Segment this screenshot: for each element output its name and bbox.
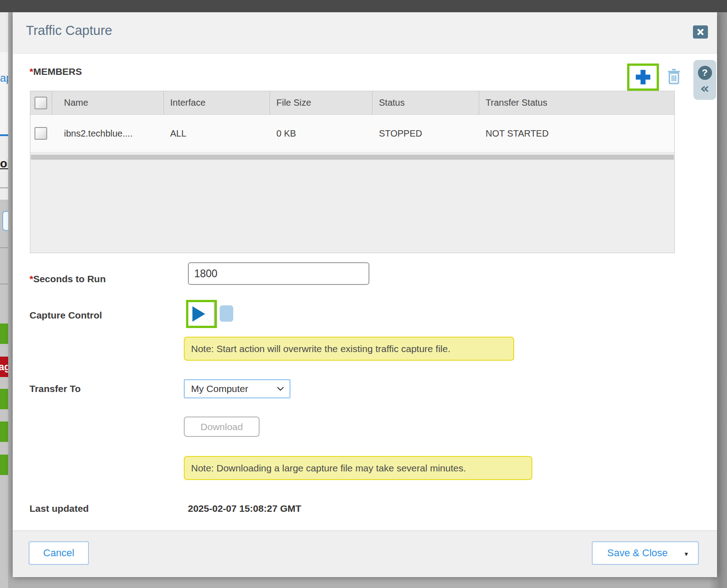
top-bar — [0, 0, 727, 12]
save-close-button[interactable]: Save & Close ▾ — [592, 541, 699, 565]
background-divider — [0, 284, 8, 284]
background-button-fragment — [2, 211, 8, 231]
status-row-red-text: ag — [0, 357, 8, 377]
background-tab-fragment: ol — [0, 157, 8, 171]
chevron-down-icon — [277, 387, 284, 391]
capture-control-label: Capture Control — [29, 310, 102, 321]
collapse-icon: « — [700, 80, 709, 96]
status-row-green — [0, 455, 8, 475]
row-checkbox-cell — [30, 115, 52, 152]
table-row[interactable]: ibns2.techblue.... ALL 0 KB STOPPED NOT … — [30, 115, 674, 152]
start-capture-button[interactable] — [188, 302, 215, 326]
help-icon: ? — [702, 67, 708, 78]
status-row-green — [0, 421, 8, 442]
column-header-name[interactable]: Name — [52, 91, 164, 114]
transfer-to-value: My Computer — [191, 383, 248, 394]
dialog-title: Traffic Capture — [26, 23, 112, 38]
dialog-header: Traffic Capture — [13, 12, 717, 54]
background-page-strip: ap ol ag — [0, 12, 8, 588]
background-block — [0, 12, 8, 52]
cell-file-size: 0 KB — [270, 115, 373, 152]
last-updated-value: 2025-02-07 15:08:27 GMT — [188, 503, 301, 514]
column-header-file-size[interactable]: File Size — [270, 91, 373, 114]
last-updated-label: Last updated — [29, 503, 89, 514]
collapse-button[interactable]: « — [700, 82, 709, 94]
transfer-to-select[interactable]: My Computer — [184, 379, 290, 398]
play-icon — [192, 306, 205, 322]
cell-transfer-status: NOT STARTED — [479, 115, 674, 152]
background-link-fragment: ap — [0, 72, 8, 84]
transfer-to-label: Transfer To — [29, 383, 81, 394]
select-all-cell — [30, 91, 52, 114]
highlight-box — [627, 64, 659, 91]
help-panel: ? « — [693, 60, 716, 100]
delete-member-button[interactable] — [667, 69, 681, 85]
seconds-to-run-label: *Seconds to Run — [29, 274, 106, 284]
highlight-box — [186, 300, 217, 328]
column-header-interface[interactable]: Interface — [164, 91, 270, 114]
caret-down-icon: ▾ — [684, 550, 688, 558]
cancel-button[interactable]: Cancel — [29, 541, 89, 565]
add-member-button[interactable] — [629, 66, 657, 88]
help-button[interactable]: ? — [698, 66, 712, 80]
note-download: Note: Downloading a large capture file m… — [184, 456, 532, 480]
seconds-to-run-input[interactable] — [188, 262, 369, 285]
row-checkbox[interactable] — [34, 127, 47, 140]
cell-name: ibns2.techblue.... — [52, 115, 164, 152]
cell-status: STOPPED — [373, 115, 479, 152]
members-label: *MEMBERS — [29, 66, 82, 77]
status-row-red: ag — [0, 357, 8, 377]
required-asterisk: * — [29, 274, 33, 284]
background-divider — [0, 247, 8, 248]
note-start: Note: Start action will overwrite the ex… — [184, 337, 514, 361]
horizontal-scrollbar[interactable] — [31, 155, 674, 160]
trash-icon — [667, 69, 681, 85]
status-row-green — [0, 323, 8, 344]
select-all-checkbox[interactable] — [34, 97, 47, 109]
background-tab-underline — [0, 134, 8, 136]
close-button[interactable] — [693, 25, 708, 39]
members-table: Name Interface File Size Status Transfer… — [30, 91, 675, 253]
stop-capture-button[interactable] — [220, 305, 233, 322]
column-header-status[interactable]: Status — [373, 91, 479, 114]
close-icon — [697, 29, 704, 35]
plus-icon — [634, 68, 652, 86]
background-block — [0, 52, 8, 137]
traffic-capture-dialog: Traffic Capture *MEMBERS — [13, 12, 717, 577]
background-divider — [0, 187, 8, 188]
required-asterisk: * — [29, 66, 33, 77]
screen: ap ol ag Traffic Capture *MEMBERS — [0, 0, 727, 588]
column-header-transfer-status[interactable]: Transfer Status — [479, 91, 674, 114]
table-header-row: Name Interface File Size Status Transfer… — [30, 91, 674, 115]
status-row-green — [0, 389, 8, 409]
dialog-footer: Cancel Save & Close ▾ — [13, 530, 717, 577]
download-button[interactable]: Download — [184, 416, 260, 437]
cell-interface: ALL — [164, 115, 270, 152]
